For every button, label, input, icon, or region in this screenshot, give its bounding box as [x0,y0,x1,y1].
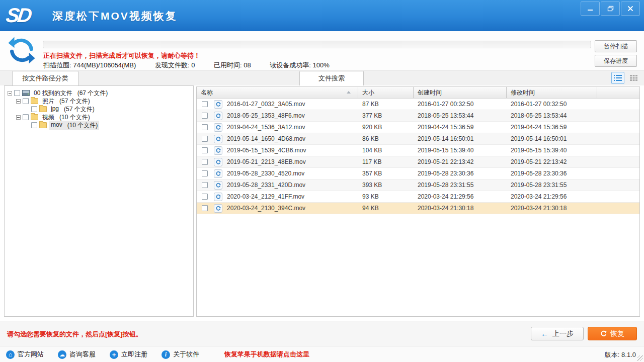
table-row[interactable]: 2019-05-15_1539_4CB6.mov 104 KB 2019-05-… [197,145,639,156]
scan-stat: 已用时间: 08 [214,61,253,69]
tree-checkbox[interactable] [31,122,37,128]
register-icon [110,350,118,359]
scan-stat: 扫描范围: 744(MB)/106054(MB) [43,61,138,69]
media-file-icon [214,100,222,109]
restore-icon [607,6,614,12]
tree-item[interactable]: 00 找到的文件 (67 个文件) [5,89,193,97]
footer: 官方网站 咨询客服 立即注册 关于软件 恢复苹果手机数据请点击这里 版本: 8.… [0,346,644,362]
tree-item-label: mov [51,121,62,130]
file-created: 2019-05-14 16:50:01 [413,135,506,142]
table-row[interactable]: 2016-01-27_0032_3A05.mov 87 KB 2016-01-2… [197,99,639,110]
tree-checkbox[interactable] [14,90,20,96]
footer-link[interactable]: 官方网站 [6,350,44,359]
tree-item[interactable]: mov (10 个文件) [5,121,193,129]
resize-grip[interactable] [637,355,643,361]
collapse-expander-icon[interactable] [16,115,21,120]
footer-link[interactable]: 咨询客服 [58,350,96,359]
media-file-icon [214,112,222,120]
save-progress-button[interactable]: 保存进度 [595,55,637,67]
drive-icon [22,90,30,96]
table-row[interactable]: 2019-05-28_2331_420D.mov 393 KB 2019-05-… [197,179,639,191]
pause-scan-button[interactable]: 暂停扫描 [595,40,637,52]
table-body: 2016-01-27_0032_3A05.mov 87 KB 2016-01-2… [197,99,639,214]
column-header-size[interactable]: 大小 [358,87,413,98]
file-name: 2016-01-27_0032_3A05.mov [224,101,358,108]
row-checkbox[interactable] [202,101,208,107]
column-header-name[interactable]: 名称 [197,87,358,98]
footer-link[interactable]: 立即注册 [110,350,147,359]
row-checkbox[interactable] [202,194,208,200]
folder-icon [31,98,38,104]
media-file-icon [214,158,222,166]
footer-link-label: 官方网站 [18,350,44,359]
table-row[interactable]: 2018-05-25_1353_48F6.mov 377 KB 2018-05-… [197,110,639,122]
scan-status-message: 正在扫描文件，扫描完成后才可以恢复，请耐心等待！ [43,51,200,60]
tree-item[interactable]: 照片 (57 个文件) [5,97,193,105]
sort-ascending-icon [347,91,351,94]
tree-checkbox[interactable] [23,98,29,104]
column-header-created[interactable]: 创建时间 [413,87,506,98]
row-checkbox[interactable] [202,170,208,176]
footer-link-label: 关于软件 [173,350,199,359]
cloud-icon [58,350,66,359]
scan-stat: 读设备成功率: 100% [270,61,330,69]
file-created: 2016-01-27 00:32:50 [413,101,506,108]
row-checkbox[interactable] [202,113,208,119]
tree-checkbox[interactable] [23,114,29,120]
grid-view-button[interactable] [627,72,640,84]
table-header: 名称 大小 创建时间 修改时间 [197,87,639,99]
media-file-icon [214,181,222,190]
tree-checkbox[interactable] [31,106,37,112]
row-checkbox[interactable] [202,182,208,188]
tree-item[interactable]: jpg (57 个文件) [5,105,193,113]
file-modified: 2019-05-28 23:30:36 [506,170,597,177]
table-row[interactable]: 2019-05-21_2213_48EB.mov 117 KB 2019-05-… [197,156,639,168]
table-row[interactable]: 2020-03-24_2129_41FF.mov 93 KB 2020-03-2… [197,191,639,203]
footer-link[interactable]: 关于软件 [162,350,199,359]
tab-classify-by-path[interactable]: 按文件路径分类 [12,71,78,85]
file-modified: 2019-05-28 23:31:55 [506,182,597,189]
folder-icon [31,114,38,120]
version-text: 版本: 8.1.0 [605,350,636,359]
row-checkbox[interactable] [202,124,208,130]
table-row[interactable]: 2020-03-24_2130_394C.mov 94 KB 2020-03-2… [197,203,639,214]
file-created: 2019-05-21 22:13:42 [413,158,506,165]
table-row[interactable]: 2019-04-24_1536_3A12.mov 920 KB 2019-04-… [197,122,639,133]
file-modified: 2019-05-14 16:50:01 [506,135,597,142]
column-header-extra [597,87,639,98]
restore-button[interactable] [601,2,620,16]
tree-item-count: (10 个文件) [67,121,98,130]
tab-file-search[interactable]: 文件搜索 [299,71,364,85]
title-bar: SD 深度松下MOV视频恢复 [0,0,644,31]
table-row[interactable]: 2019-05-14_1650_4D68.mov 86 KB 2019-05-1… [197,133,639,145]
minimize-button[interactable] [581,2,600,16]
recover-button[interactable]: 恢复 [588,327,637,340]
file-name: 2019-05-21_2213_48EB.mov [224,158,358,165]
apple-recovery-link[interactable]: 恢复苹果手机数据请点击这里 [224,350,309,359]
file-name: 2019-05-15_1539_4CB6.mov [224,147,358,154]
footer-links: 官方网站 咨询客服 立即注册 关于软件 恢复苹果手机数据请点击这里 [6,346,309,362]
close-button[interactable] [621,2,640,16]
file-created: 2020-03-24 21:29:56 [413,193,506,200]
file-modified: 2016-01-27 00:32:50 [506,101,597,108]
row-checkbox[interactable] [202,159,208,165]
file-created: 2019-05-28 23:30:36 [413,170,506,177]
table-row[interactable]: 2019-05-28_2330_4520.mov 357 KB 2019-05-… [197,168,639,179]
footer-link-label: 立即注册 [121,350,147,359]
list-view-button[interactable] [611,72,624,84]
back-button[interactable]: ← 上一步 [531,327,584,340]
column-header-modified[interactable]: 修改时间 [506,87,597,98]
row-checkbox[interactable] [202,205,208,211]
file-name: 2020-03-24_2130_394C.mov [224,205,358,212]
back-arrow-icon: ← [541,329,548,338]
file-name: 2019-05-28_2330_4520.mov [224,170,358,177]
footer-link-label: 咨询客服 [69,350,96,359]
row-checkbox[interactable] [202,136,208,142]
file-created: 2020-03-24 21:30:18 [413,205,506,212]
file-size: 357 KB [358,170,413,177]
collapse-expander-icon[interactable] [16,99,21,104]
collapse-expander-icon[interactable] [8,91,12,96]
action-bar: 请勾选您需要恢复的文件，然后点[恢复]按钮。 ← 上一步 恢复 [0,321,644,346]
recover-refresh-icon [600,330,607,337]
row-checkbox[interactable] [202,147,208,153]
